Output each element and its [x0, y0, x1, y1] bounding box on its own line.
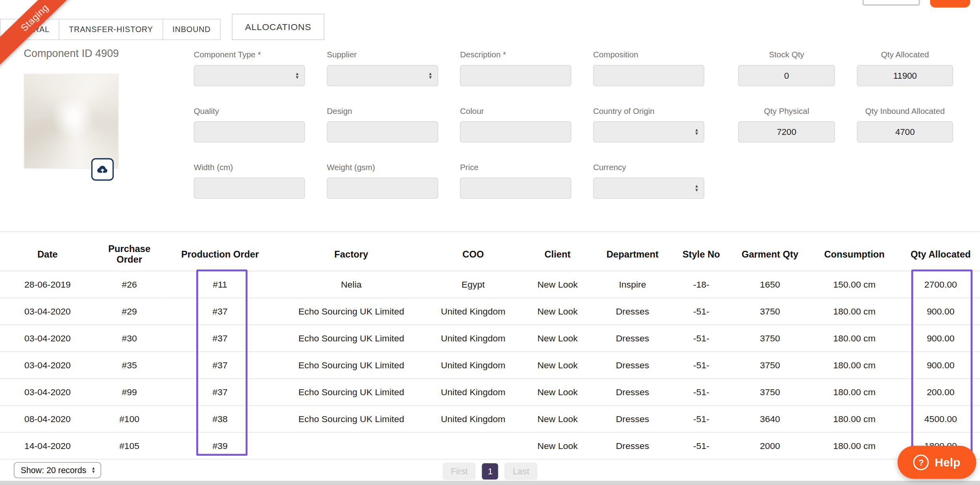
table-cell: New Look [520, 271, 595, 298]
select-arrows-icon: ▲▼ [91, 466, 96, 474]
width-input[interactable] [194, 178, 305, 199]
help-button[interactable]: ? Help [897, 446, 976, 479]
table-row: 03-04-2020#99#37Echo Sourcing UK Limited… [0, 379, 980, 405]
table-cell: #35 [95, 352, 164, 379]
country-of-origin-select[interactable]: ▲▼ [593, 121, 704, 143]
tab-bar: GENERAL TRANSFER-HISTORY INBOUND ALLOCAT… [0, 14, 324, 40]
quality-input[interactable] [194, 121, 305, 143]
component-type-select[interactable]: ▲▼ [194, 65, 305, 86]
field-label: Description * [460, 50, 571, 59]
colour-input[interactable] [460, 121, 571, 143]
field-label: Quality [194, 106, 305, 116]
column-header: Style No [670, 237, 732, 271]
select-arrows-icon: ▲▼ [428, 72, 433, 80]
table-cell: 03-04-2020 [0, 379, 95, 405]
table-cell: #99 [95, 379, 164, 405]
field-label: Price [460, 163, 571, 172]
allocations-table: DatePurchase OrderProduction OrderFactor… [0, 237, 980, 460]
table-cell: New Look [520, 432, 595, 459]
stat-label: Qty Allocated [857, 50, 953, 59]
table-header-row: DatePurchase OrderProduction OrderFactor… [0, 237, 980, 271]
price-input[interactable] [460, 178, 571, 199]
table-cell: United Kingdom [426, 325, 520, 352]
table-cell: 900.00 [901, 298, 980, 325]
table-cell: New Look [520, 325, 595, 352]
table-cell: Dresses [595, 325, 670, 352]
allocations-page: GENERAL TRANSFER-HISTORY INBOUND ALLOCAT… [0, 0, 980, 485]
stat-qty-allocated: Qty Allocated 11900 [857, 50, 953, 86]
weight-input[interactable] [327, 178, 438, 199]
column-header: Client [520, 237, 595, 271]
table-cell: 03-04-2020 [0, 325, 95, 352]
field-label: Currency [593, 163, 704, 172]
composition-input[interactable] [593, 65, 704, 86]
pagination-first-button[interactable]: First [443, 462, 476, 480]
table-cell: -51- [670, 405, 732, 432]
field-composition: Composition [593, 50, 704, 86]
select-arrows-icon: ▲▼ [694, 184, 699, 192]
table-cell: 14-04-2020 [0, 432, 95, 459]
table-cell: #37 [164, 325, 276, 352]
description-input[interactable] [460, 65, 571, 86]
stock-qty-value: 0 [738, 65, 835, 86]
table-cell: United Kingdom [426, 405, 520, 432]
field-design: Design [327, 106, 438, 143]
table-row: 03-04-2020#30#37Echo Sourcing UK Limited… [0, 325, 980, 352]
table-cell: New Look [520, 379, 595, 405]
supplier-select[interactable]: ▲▼ [327, 65, 438, 86]
table-cell: Nelia [276, 271, 426, 298]
design-input[interactable] [327, 121, 438, 143]
table-cell: 4500.00 [901, 405, 980, 432]
column-header: Department [595, 237, 670, 271]
table-cell: United Kingdom [426, 379, 520, 405]
pagination-last-button[interactable]: Last [505, 462, 537, 480]
top-right-partial-button[interactable] [863, 0, 920, 6]
column-header: Date [0, 237, 95, 271]
qty-inbound-allocated-value: 4700 [857, 121, 953, 143]
table-cell: 180.00 cm [808, 379, 901, 405]
table-cell: 2700.00 [901, 271, 980, 298]
table-row: 08-04-2020#100#38Echo Sourcing UK Limite… [0, 405, 980, 432]
stat-qty-inbound-allocated: Qty Inbound Allocated 4700 [857, 106, 953, 143]
table-cell: New Look [520, 298, 595, 325]
table-cell: 180.00 cm [808, 325, 901, 352]
tab-allocations[interactable]: ALLOCATIONS [232, 14, 324, 40]
table-cell: 03-04-2020 [0, 352, 95, 379]
table-cell: New Look [520, 405, 595, 432]
table-cell: 28-06-2019 [0, 271, 95, 298]
table-cell: -51- [670, 298, 732, 325]
records-per-page-select[interactable]: Show: 20 records ▲▼ [14, 462, 101, 478]
table-cell: 180.00 cm [808, 298, 901, 325]
table-row: 03-04-2020#29#37Echo Sourcing UK Limited… [0, 298, 980, 325]
table-cell: 3750 [732, 379, 808, 405]
field-label: Width (cm) [194, 163, 305, 172]
table-cell: 3640 [732, 405, 808, 432]
table-cell: Egypt [426, 271, 520, 298]
table-cell [426, 432, 520, 459]
table-cell: 08-04-2020 [0, 405, 95, 432]
table-cell: #29 [95, 298, 164, 325]
stat-qty-physical: Qty Physical 7200 [738, 106, 835, 143]
field-label: Supplier [327, 50, 438, 59]
field-supplier: Supplier ▲▼ [327, 50, 438, 86]
table-cell: #37 [164, 379, 276, 405]
stat-label: Qty Inbound Allocated [857, 106, 953, 116]
table-cell: United Kingdom [426, 298, 520, 325]
table-cell: 150.00 cm [808, 271, 901, 298]
select-arrows-icon: ▲▼ [295, 72, 299, 80]
tab-inbound[interactable]: INBOUND [163, 19, 221, 40]
top-right-partial-orange-element[interactable] [930, 0, 970, 8]
records-per-page-label: Show: 20 records [21, 466, 86, 475]
currency-select[interactable]: ▲▼ [593, 178, 704, 199]
field-label: Design [327, 106, 438, 116]
table-cell: -18- [670, 271, 732, 298]
table-cell [276, 432, 426, 459]
table-cell: 2000 [732, 432, 808, 459]
upload-image-button[interactable] [91, 158, 114, 181]
qty-physical-value: 7200 [738, 121, 835, 143]
tab-transfer-history[interactable]: TRANSFER-HISTORY [59, 19, 163, 40]
pagination: First 1 Last [0, 462, 980, 480]
pagination-page-1[interactable]: 1 [482, 463, 498, 479]
table-cell: 180.00 cm [808, 352, 901, 379]
table-row: 03-04-2020#35#37Echo Sourcing UK Limited… [0, 352, 980, 379]
